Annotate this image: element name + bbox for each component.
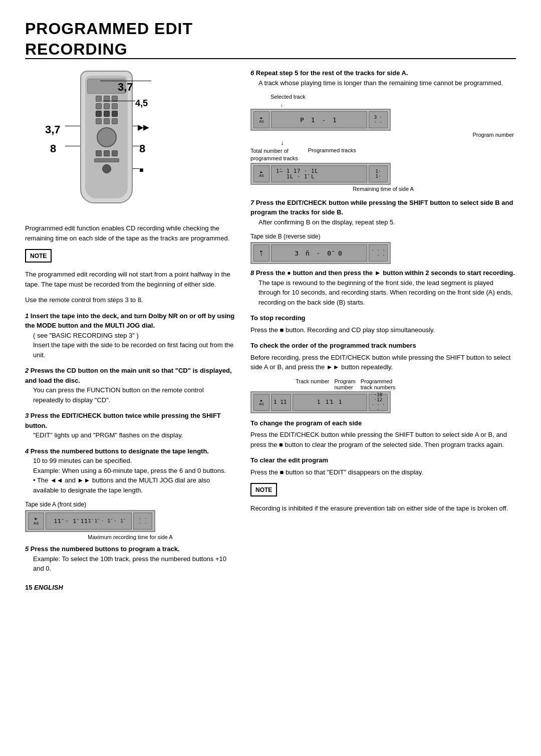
display2: ► AS 1̄– 1 1̄7 · 1̄L 1L · 1̄ L 1·1· <box>250 163 391 185</box>
step6-display-diagram: Selected track ↓ ► AS P 1 - 1 3 ·· · Pro <box>250 94 516 192</box>
step-5: 5 Press the numbered buttons to program … <box>25 544 235 574</box>
selected-track-label: Selected track <box>270 94 306 100</box>
diag-label-stop: ■ <box>139 166 143 174</box>
col-prog-track-label: Programmed track numbers <box>361 378 396 390</box>
diag-label-8-side: 8 <box>50 142 56 155</box>
check-display-area: Track number Program number Programmed t… <box>250 378 516 413</box>
change-body: Press the EDIT/CHECK button while pressi… <box>250 430 516 449</box>
substep-change: To change the program of each side Press… <box>250 418 516 450</box>
substep-stop: To stop recording Press the ■ button. Re… <box>250 313 516 335</box>
tape-display-a: ► AS 1̄1̄ · 1̄ 1̄1̄1̄ 1̄ · 1̄ · 1̄ · ·· … <box>25 510 235 532</box>
step4-bullet: • The ◄◄ and ►► buttons and the MULTI JO… <box>33 475 235 495</box>
col-track-label: Track number <box>296 378 329 390</box>
title-line2: RECORDING <box>25 41 516 59</box>
remote-diagram-area: 3,7 4,5 3,7 8 ▶▶ <box>25 68 235 218</box>
clear-body: Press the ■ button so that "EDIT" disapp… <box>250 467 516 477</box>
program-number-label: Program number <box>472 132 514 138</box>
clear-title: To clear the edit program <box>250 455 516 465</box>
diag-label-37-side: 3,7 <box>45 123 61 136</box>
step8-body: The tape is rewound to the beginning of … <box>258 278 516 308</box>
note2-text: Recording is inhibited if the erasure pr… <box>250 503 516 514</box>
total-programmed-label: Total number ofprogrammed tracks <box>250 147 298 162</box>
stop-body: Press the ■ button. Recording and CD pla… <box>250 325 516 335</box>
step-7: 7 Press the EDIT/CHECK button while pres… <box>250 198 516 227</box>
col-program-label: Program number <box>334 378 355 390</box>
note-box-2: NOTE Recording is inhibited if the erasu… <box>250 483 516 514</box>
intro-text: Programmed edit function enables CD reco… <box>25 223 235 243</box>
step4-body: 10 to 99 minutes can be specified.Exampl… <box>33 456 235 475</box>
note1-text: The programmed edit recording will not s… <box>25 270 235 289</box>
step3-body: "EDIT" lights up and "PRGM" flashes on t… <box>33 430 235 440</box>
page-title: PROGRAMMED EDIT RECORDING <box>25 20 516 59</box>
title-line1: PROGRAMMED EDIT <box>25 20 516 38</box>
substep-check: To check the order of the programmed tra… <box>250 341 516 372</box>
stop-title: To stop recording <box>250 313 516 323</box>
step-6: 6 Repeat step 5 for the rest of the trac… <box>250 68 516 88</box>
step-1: 1 Insert the tape into the deck, and tur… <box>25 311 235 360</box>
check-body: Before recording, press the EDIT/CHECK b… <box>250 353 516 372</box>
programmed-tracks-label: Programmed tracks <box>308 147 356 153</box>
step6-body: A track whose playing time is longer tha… <box>258 78 516 88</box>
page-container: PROGRAMMED EDIT RECORDING <box>25 20 516 591</box>
step-8: 8 Press the ● button and then press the … <box>250 268 516 307</box>
col-labels: Track number Program number Programmed t… <box>296 378 516 390</box>
tape-a-caption: Maximum recording time for side A <box>25 534 235 540</box>
check-title: To check the order of the programmed tra… <box>250 341 516 351</box>
display-b: ► T 3 ñ · 0̄ 0 · · · · · <box>250 242 391 264</box>
diag-label-45: 4,5 <box>135 98 148 109</box>
note-box-1: NOTE The programmed edit recording will … <box>25 249 235 289</box>
remaining-time-label: Remaining time of side A <box>250 186 516 192</box>
left-column: 3,7 4,5 3,7 8 ▶▶ <box>25 68 235 591</box>
diag-label-37-top: 3,7 <box>118 81 133 94</box>
diag-label-ff: ▶▶ <box>138 123 149 131</box>
step2-body: You can press the FUNCTION button on the… <box>33 385 235 405</box>
display-check: ► AS 1 1̄1 1 1̄1 1 ·10 ·12· · · · <box>250 391 391 413</box>
change-title: To change the program of each side <box>250 418 516 428</box>
display1: ► AS P 1 - 1 3 ·· · <box>250 109 391 131</box>
tape-side-a-label: Tape side A (front side) <box>25 501 235 508</box>
note-label-1: NOTE <box>25 249 52 263</box>
page-footer: 15 ENGLISH <box>25 584 235 591</box>
note-label-2: NOTE <box>250 483 277 496</box>
use-remote-text: Use the remote control from steps 3 to 8… <box>25 295 235 305</box>
step-4: 4 Press the numbered buttons to designat… <box>25 446 235 495</box>
substep-clear: To clear the edit program Press the ■ bu… <box>250 455 516 477</box>
step1-body: ( see "BASIC RECORDING step 3" )Insert t… <box>33 331 235 360</box>
step-3: 3 Press the EDIT/CHECK button twice whil… <box>25 411 235 440</box>
right-column: 6 Repeat step 5 for the rest of the trac… <box>250 68 516 591</box>
tape-side-b-label: Tape side B (reverse side) <box>250 233 516 240</box>
step7-body: After confirming B on the display, repea… <box>258 217 516 227</box>
diag-label-8-right: 8 <box>139 142 145 155</box>
step5-body: Example: To select the 10th track, press… <box>33 554 235 574</box>
step-2: 2 Presws the CD button on the main unit … <box>25 366 235 405</box>
